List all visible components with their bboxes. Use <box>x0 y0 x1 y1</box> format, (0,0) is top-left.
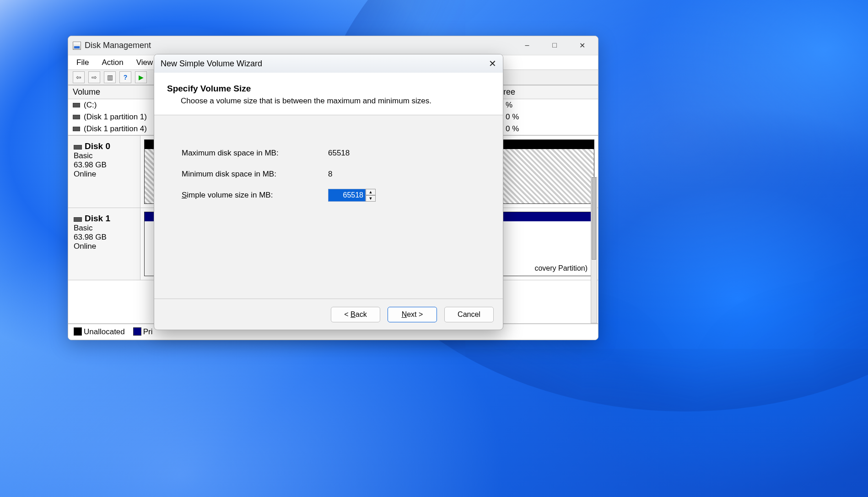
nav-back-button[interactable]: ⇦ <box>73 71 85 83</box>
disk-icon <box>74 217 82 222</box>
wizard-subheading: Choose a volume size that is between the… <box>167 96 490 106</box>
minimize-button[interactable]: – <box>520 41 534 50</box>
spinner-down-button[interactable]: ▼ <box>366 195 376 202</box>
new-simple-volume-wizard: New Simple Volume Wizard ✕ Specify Volum… <box>154 54 503 330</box>
wizard-body: Maximum disk space in MB: 65518 Minimum … <box>154 115 503 299</box>
help-button[interactable]: ? <box>119 71 131 83</box>
disk-size: 63.98 GB <box>74 160 135 170</box>
disk-info: Disk 1 Basic 63.98 GB Online <box>68 208 140 280</box>
max-size-label: Maximum disk space in MB: <box>182 149 328 158</box>
wizard-footer: < Back Next > Cancel <box>154 299 503 330</box>
maximize-button[interactable]: □ <box>548 41 561 50</box>
app-icon <box>73 42 81 50</box>
drive-icon <box>73 103 80 107</box>
wizard-heading: Specify Volume Size <box>167 84 490 94</box>
disk-name: Disk 0 <box>85 141 110 151</box>
show-hide-button[interactable]: ▥ <box>104 71 116 83</box>
wizard-title: New Simple Volume Wizard <box>161 59 262 69</box>
disk-status: Online <box>74 170 135 179</box>
menu-action[interactable]: Action <box>102 58 123 67</box>
legend-unallocated: Unallocated <box>84 327 125 336</box>
max-size-value: 65518 <box>328 149 350 158</box>
min-size-value: 8 <box>328 170 332 179</box>
drive-icon <box>73 127 80 131</box>
wizard-header: Specify Volume Size Choose a volume size… <box>154 73 503 115</box>
wizard-close-button[interactable]: ✕ <box>489 58 496 69</box>
simple-size-label: Simple volume size in MB: <box>182 191 328 200</box>
disk-size: 63.98 GB <box>74 233 135 242</box>
disk-info: Disk 0 Basic 63.98 GB Online <box>68 136 140 208</box>
drive-icon <box>73 115 80 119</box>
back-button[interactable]: < Back <box>331 307 380 322</box>
spinner-up-button[interactable]: ▲ <box>366 189 376 195</box>
disk-icon <box>74 145 82 150</box>
next-button[interactable]: Next > <box>388 307 437 322</box>
menu-file[interactable]: File <box>76 58 89 67</box>
vertical-scrollbar[interactable] <box>591 177 597 323</box>
titlebar[interactable]: Disk Management – □ ✕ <box>68 36 598 55</box>
disk-type: Basic <box>74 151 135 160</box>
partition-label: covery Partition) <box>533 264 589 273</box>
legend-primary: Pri <box>143 327 153 336</box>
column-free[interactable]: Free <box>494 87 598 97</box>
volume-size-input[interactable] <box>328 189 366 202</box>
volume-size-spinner[interactable]: ▲ ▼ <box>328 189 376 202</box>
disk-type: Basic <box>74 224 135 233</box>
disk-name: Disk 1 <box>85 214 110 223</box>
window-title: Disk Management <box>85 41 151 50</box>
wizard-titlebar[interactable]: New Simple Volume Wizard ✕ <box>154 54 503 73</box>
close-button[interactable]: ✕ <box>575 41 589 50</box>
menu-view[interactable]: View <box>136 58 153 67</box>
disk-status: Online <box>74 242 135 251</box>
cancel-button[interactable]: Cancel <box>444 307 494 322</box>
scrollbar-thumb[interactable] <box>592 177 596 260</box>
legend-swatch-unallocated <box>74 327 82 336</box>
nav-forward-button[interactable]: ⇨ <box>88 71 100 83</box>
min-size-label: Minimum disk space in MB: <box>182 170 328 179</box>
legend-swatch-primary <box>133 327 141 336</box>
refresh-button[interactable]: ▶ <box>135 71 147 83</box>
